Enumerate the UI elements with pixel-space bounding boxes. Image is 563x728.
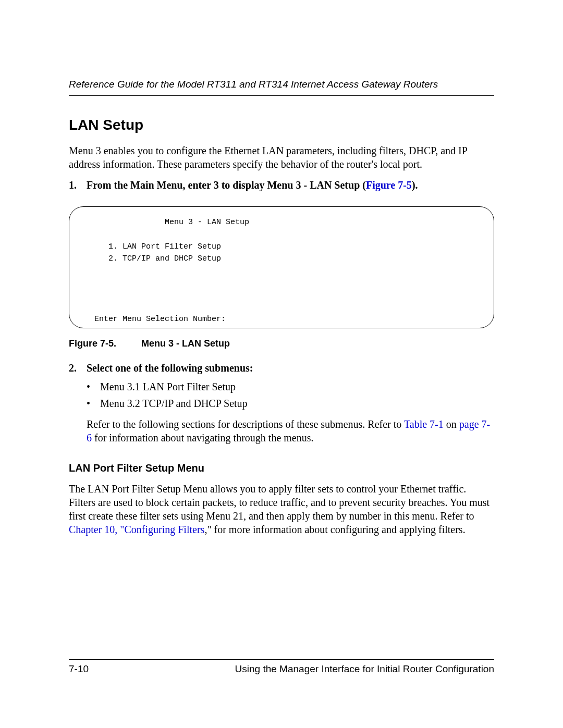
section-title: LAN Setup: [69, 116, 494, 134]
terminal-item-1: 1. LAN Port Filter Setup: [85, 242, 221, 251]
step-2: 2. Select one of the following submenus:: [69, 361, 494, 375]
step-1: 1. From the Main Menu, enter 3 to displa…: [69, 178, 494, 192]
step-2-text: Select one of the following submenus:: [87, 361, 494, 375]
refer-post: for information about navigating through…: [92, 432, 313, 443]
page-footer: 7-10 Using the Manager Interface for Ini…: [69, 659, 494, 676]
figure-link[interactable]: Figure 7-5: [366, 179, 412, 191]
step-1-pre: From the Main Menu, enter 3 to display M…: [87, 179, 366, 191]
subsection-title: LAN Port Filter Setup Menu: [69, 461, 494, 475]
figure-caption-text: Menu 3 - LAN Setup: [141, 338, 230, 349]
intro-paragraph: Menu 3 enables you to configure the Ethe…: [69, 144, 494, 171]
terminal-title: Menu 3 - LAN Setup: [85, 216, 478, 228]
bullet-menu-3-2: Menu 3.2 TCP/IP and DHCP Setup: [87, 397, 494, 410]
terminal-screenshot: Menu 3 - LAN Setup 1. LAN Port Filter Se…: [69, 206, 494, 328]
refer-mid: on: [444, 418, 459, 430]
page-number: 7-10: [69, 663, 89, 676]
table-link[interactable]: Table 7-1: [404, 418, 444, 430]
terminal-prompt: Enter Menu Selection Number:: [85, 315, 226, 324]
bullet-menu-3-1: Menu 3.1 LAN Port Filter Setup: [87, 380, 494, 393]
footer-chapter-title: Using the Manager Interface for Initial …: [235, 663, 494, 676]
sub-p-pre: The LAN Port Filter Setup Menu allows yo…: [69, 483, 489, 522]
step-1-text: From the Main Menu, enter 3 to display M…: [87, 178, 494, 192]
step-1-number: 1.: [69, 178, 87, 192]
submenu-bullets: Menu 3.1 LAN Port Filter Setup Menu 3.2 …: [69, 380, 494, 410]
sub-p-post: ," for more information about configurin…: [204, 524, 465, 535]
figure-caption: Figure 7-5.Menu 3 - LAN Setup: [69, 338, 494, 350]
step-2-number: 2.: [69, 361, 87, 375]
refer-paragraph: Refer to the following sections for desc…: [87, 417, 494, 445]
subsection-paragraph: The LAN Port Filter Setup Menu allows yo…: [69, 482, 494, 536]
chapter-link[interactable]: Chapter 10, "Configuring Filters: [69, 524, 204, 535]
running-header: Reference Guide for the Model RT311 and …: [69, 78, 494, 96]
step-1-post: ).: [412, 179, 418, 191]
refer-pre: Refer to the following sections for desc…: [87, 418, 404, 430]
terminal-item-2: 2. TCP/IP and DHCP Setup: [85, 254, 221, 263]
figure-label: Figure 7-5.: [69, 338, 116, 349]
